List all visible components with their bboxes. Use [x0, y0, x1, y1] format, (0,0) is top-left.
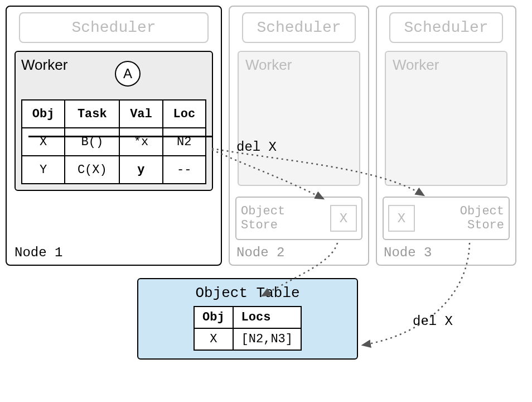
node-label-2: Node 2 — [236, 245, 284, 260]
col-loc: Loc — [163, 100, 206, 128]
col-obj: Obj — [194, 307, 233, 328]
node-2: Scheduler Worker Object Store X Node 2 — [229, 6, 369, 266]
worker-title: Worker — [393, 56, 501, 74]
object-store-label: Object Store — [241, 204, 285, 233]
node-3: Scheduler Worker X Object Store Node 3 — [376, 6, 516, 266]
cell-locs: [N2,N3] — [233, 328, 301, 350]
msg-del-x-bottom: del X — [413, 314, 453, 329]
node-1: Scheduler Worker A Obj Task Val Loc X B(… — [6, 6, 222, 266]
cell-obj: X — [22, 128, 65, 156]
object-store-label: Object Store — [460, 204, 504, 233]
os-label-line1: Object — [460, 204, 504, 218]
worker-table-header-row: Obj Task Val Loc — [22, 100, 206, 128]
worker-table-row: Y C(X) y -- — [22, 156, 206, 184]
object-chip-X: X — [330, 205, 357, 232]
worker-badge-A: A — [115, 61, 141, 87]
col-obj: Obj — [22, 100, 65, 128]
col-val: Val — [119, 100, 162, 128]
object-table-row: X [N2,N3] — [194, 328, 301, 350]
os-label-line2: Store — [241, 218, 278, 232]
object-table-header-row: Obj Locs — [194, 307, 301, 328]
node-label-3: Node 3 — [384, 245, 432, 260]
col-locs: Locs — [233, 307, 301, 328]
nodes-row: Scheduler Worker A Obj Task Val Loc X B(… — [6, 6, 526, 266]
worker-box-node1: Worker A Obj Task Val Loc X B() *x — [14, 51, 213, 191]
os-label-line2: Store — [467, 218, 504, 232]
cell-task: B() — [65, 128, 119, 156]
cell-val: y — [119, 156, 162, 184]
worker-title: Worker — [245, 56, 354, 74]
object-chip-X: X — [388, 205, 415, 232]
scheduler-node2: Scheduler — [242, 12, 356, 43]
worker-table-row: X B() *x N2 — [22, 128, 206, 156]
cell-loc: -- — [163, 156, 206, 184]
scheduler-node1: Scheduler — [19, 12, 209, 43]
cell-val: *x — [119, 128, 162, 156]
object-store-node3: X Object Store — [383, 197, 510, 240]
node-label-1: Node 1 — [14, 245, 62, 260]
cell-obj: X — [194, 328, 233, 350]
scheduler-node3: Scheduler — [389, 12, 503, 43]
cell-task: C(X) — [65, 156, 119, 184]
worker-title: Worker — [21, 56, 206, 74]
worker-table: Obj Task Val Loc X B() *x N2 Y — [21, 99, 206, 184]
object-store-node2: Object Store X — [235, 197, 362, 240]
worker-box-node3: Worker — [385, 51, 507, 186]
object-table-box: Object Table Obj Locs X [N2,N3] — [137, 278, 358, 360]
col-task: Task — [65, 100, 119, 128]
object-table-title: Object Table — [145, 285, 350, 302]
cell-obj: Y — [22, 156, 65, 184]
worker-box-node2: Worker — [238, 51, 360, 186]
os-label-line1: Object — [241, 204, 285, 218]
cell-loc: N2 — [163, 128, 206, 156]
msg-del-x-top: del X — [236, 140, 277, 155]
object-table: Obj Locs X [N2,N3] — [194, 306, 302, 351]
